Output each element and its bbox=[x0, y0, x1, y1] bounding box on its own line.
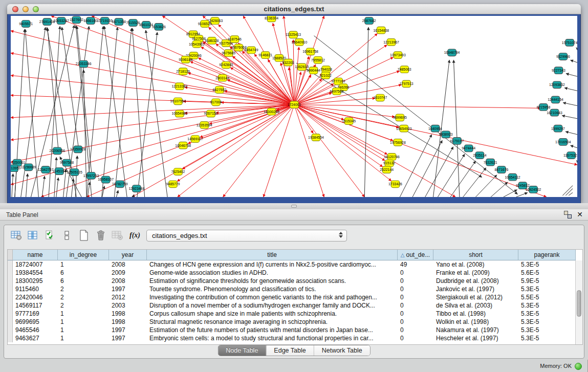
table-cell[interactable]: 5.6E-5 bbox=[518, 269, 576, 277]
graph-node[interactable]: 14569117 bbox=[187, 136, 203, 143]
table-cell[interactable]: Structural magnetic resonance image aver… bbox=[147, 318, 398, 326]
show-columns-icon[interactable] bbox=[27, 229, 39, 242]
network-canvas[interactable]: 9405571276914061065328715276026466160107… bbox=[11, 16, 577, 197]
table-cell[interactable]: 5.3E-5 bbox=[518, 334, 576, 342]
table-cell[interactable]: Estimation of the future numbers of pati… bbox=[147, 326, 398, 334]
memory-status-icon[interactable] bbox=[575, 363, 582, 370]
graph-node[interactable]: 8561024 bbox=[139, 21, 153, 29]
table-cell[interactable]: 9463627 bbox=[13, 334, 58, 342]
graph-node[interactable]: 15751074 bbox=[562, 39, 577, 47]
graph-node[interactable]: 8471676 bbox=[494, 166, 508, 173]
graph-node[interactable]: 8215958 bbox=[536, 104, 550, 111]
table-cell[interactable]: 0 bbox=[398, 326, 433, 334]
graph-node[interactable]: 12093832 bbox=[549, 81, 565, 89]
graph-node[interactable]: 9485779 bbox=[166, 181, 180, 188]
table-cell[interactable]: 0 bbox=[398, 318, 433, 326]
graph-node[interactable]: 9153826 bbox=[152, 24, 166, 31]
close-panel-icon[interactable]: ✕ bbox=[577, 211, 583, 218]
column-header-short[interactable]: short bbox=[433, 250, 518, 260]
table-row[interactable]: 977716911998Corpus callosum shape and si… bbox=[8, 310, 582, 318]
table-cell[interactable]: 2 bbox=[58, 285, 109, 293]
table-cell[interactable]: 19384554 bbox=[13, 269, 58, 277]
table-cell[interactable]: 5.3E-5 bbox=[518, 326, 576, 334]
graph-node[interactable]: 19384554 bbox=[308, 134, 324, 141]
tab-network-table[interactable]: Network Table bbox=[314, 345, 370, 356]
table-cell[interactable]: Corpus callosum shape and size in male p… bbox=[147, 310, 398, 318]
graph-node[interactable]: 9474444 bbox=[462, 145, 475, 152]
table-cell[interactable]: 0 bbox=[398, 269, 433, 277]
table-cell[interactable]: 6 bbox=[58, 277, 109, 285]
tab-edge-table[interactable]: Edge Table bbox=[266, 345, 314, 356]
graph-node[interactable]: 832203 bbox=[282, 59, 294, 66]
graph-node[interactable]: 1527602 bbox=[70, 16, 83, 24]
table-cell[interactable]: 1 bbox=[58, 260, 109, 269]
graph-node[interactable]: 7625402 bbox=[171, 168, 185, 176]
table-cell[interactable]: 0 bbox=[398, 310, 433, 318]
graph-node[interactable]: 1797513 bbox=[400, 80, 413, 87]
graph-node[interactable]: 9267150 bbox=[204, 110, 218, 117]
table-cell[interactable]: 5.3E-5 bbox=[518, 310, 576, 318]
table-cell[interactable]: 1997 bbox=[109, 326, 147, 334]
graph-node[interactable]: 11675322 bbox=[563, 152, 577, 159]
table-cell[interactable]: Jankovic et al. (1997) bbox=[433, 285, 518, 293]
table-cell[interactable]: Embryonic stem cells: a model to study s… bbox=[147, 334, 398, 342]
table-cell[interactable]: 1997 bbox=[109, 334, 147, 342]
table-row[interactable]: 911546021997Tourette syndrome. Phenomeno… bbox=[8, 285, 582, 293]
create-column-icon[interactable] bbox=[78, 229, 90, 242]
select-rows-icon[interactable] bbox=[44, 229, 56, 242]
table-cell[interactable]: 2 bbox=[58, 301, 109, 310]
graph-node[interactable]: 921022 bbox=[320, 72, 332, 79]
table-cell[interactable]: 2008 bbox=[109, 260, 147, 269]
column-header-name[interactable]: name bbox=[13, 250, 58, 260]
graph-node[interactable]: 2718126 bbox=[176, 68, 190, 75]
table-cell[interactable]: Wolkin et al. (1998) bbox=[433, 318, 518, 326]
table-cell[interactable]: 1 bbox=[58, 310, 109, 318]
graph-node[interactable]: 9227343 bbox=[552, 67, 565, 74]
table-cell[interactable]: 5.9E-5 bbox=[518, 277, 576, 285]
table-cell[interactable]: 5.3E-5 bbox=[518, 301, 576, 310]
zoom-window-icon[interactable] bbox=[33, 6, 39, 12]
graph-node[interactable]: 2935114 bbox=[473, 152, 487, 159]
graph-node[interactable]: 12213383 bbox=[171, 83, 187, 90]
graph-node[interactable]: 18300295 bbox=[264, 108, 279, 115]
graph-node[interactable]: 16640910 bbox=[292, 39, 308, 46]
table-cell[interactable]: 9115460 bbox=[13, 285, 58, 293]
graph-node[interactable]: 16154838 bbox=[373, 27, 389, 34]
table-cell[interactable]: 5.3E-5 bbox=[518, 260, 576, 269]
table-cell[interactable]: 0 bbox=[398, 334, 433, 342]
graph-node[interactable]: 16961758 bbox=[302, 48, 318, 55]
table-cell[interactable]: Tourette syndrome. Phenomenology and cla… bbox=[147, 285, 398, 293]
graph-node[interactable]: 1145194 bbox=[53, 168, 67, 175]
table-cell[interactable]: Tibbo et al. (1998) bbox=[433, 310, 518, 318]
table-cell[interactable]: 5.3E-5 bbox=[518, 285, 576, 293]
graph-node[interactable]: 9329966 bbox=[556, 53, 570, 60]
graph-node[interactable]: 27691406 bbox=[39, 18, 55, 26]
table-cell[interactable]: Investigating the contribution of common… bbox=[147, 293, 398, 301]
graph-node[interactable]: 6671358 bbox=[112, 18, 126, 26]
table-cell[interactable]: 9777169 bbox=[13, 310, 58, 318]
horizontal-splitter[interactable] bbox=[0, 203, 588, 209]
table-row[interactable]: 1938455462009Genome-wide association stu… bbox=[8, 269, 582, 277]
splitter-handle[interactable] bbox=[291, 205, 297, 208]
graph-node[interactable]: 7632621 bbox=[484, 159, 497, 166]
table-row[interactable]: 1456911722003Disruption of a novel membe… bbox=[8, 301, 582, 310]
graph-node[interactable]: 9146821 bbox=[258, 52, 272, 59]
column-header-year[interactable]: year bbox=[109, 250, 147, 260]
node-table[interactable]: namein_degreeyeartitle△out_de...shortpag… bbox=[7, 249, 583, 345]
table-cell[interactable]: 49 bbox=[398, 260, 433, 269]
graph-node[interactable]: 917004 bbox=[210, 99, 222, 106]
table-cell[interactable]: 5.5E-5 bbox=[518, 293, 576, 301]
graph-node[interactable]: 8186328 bbox=[205, 37, 219, 45]
table-cell[interactable]: Franke et al. (2009) bbox=[433, 269, 518, 277]
close-window-icon[interactable] bbox=[12, 6, 18, 12]
table-cell[interactable]: Stergiakouli et al. (2012) bbox=[433, 293, 518, 301]
column-header-in_degree[interactable]: in_degree bbox=[58, 250, 109, 260]
graph-node[interactable]: 17957253 bbox=[83, 172, 99, 180]
table-mode-icon[interactable] bbox=[10, 229, 23, 242]
table-cell[interactable]: 9465546 bbox=[13, 326, 58, 334]
graph-node[interactable]: 21053346 bbox=[76, 60, 92, 68]
graph-node[interactable]: 16648784 bbox=[444, 49, 460, 56]
graph-node[interactable]: 16120746 bbox=[384, 154, 400, 161]
table-selector-dropdown[interactable]: citations_edges.txt bbox=[146, 230, 347, 242]
table-row[interactable]: 946362711997Embryonic stem cells: a mode… bbox=[8, 334, 582, 342]
